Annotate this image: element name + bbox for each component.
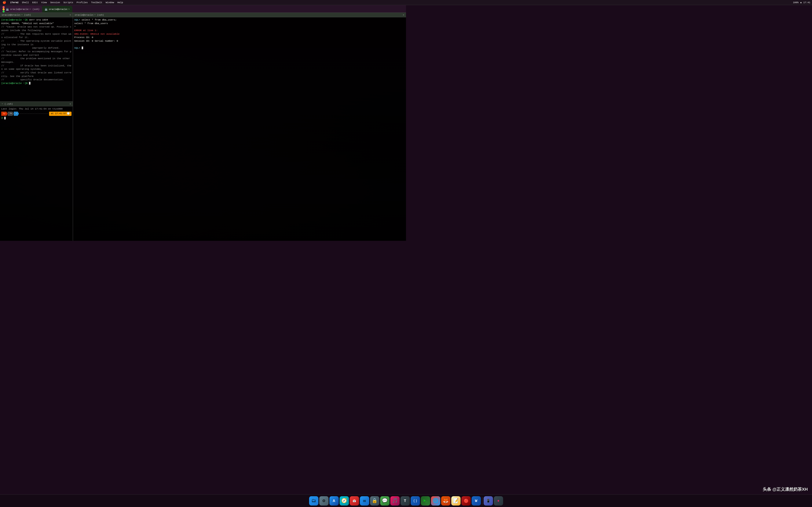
pane-top-left: oracle@oracle:~ (ssh) ✕ [oracle@oracle ~…: [0, 13, 73, 102]
prompt-clock-icon: 🕐: [67, 112, 70, 115]
desktop: 💻 oracle@oracle:~ (ssh) 💻 oracle@oracle:…: [0, 5, 406, 241]
pane-bottom-left-title: ~ (-zsh): [2, 103, 13, 105]
pane-top-left-content[interactable]: [oracle@oracle ~]$ oerr ora 1034 01034, …: [0, 17, 73, 102]
menubar-toolbelt[interactable]: Toolbelt: [90, 0, 104, 5]
pane-top-left-title: oracle@oracle:~ (ssh): [2, 14, 31, 16]
pane-right-close[interactable]: ✕: [403, 13, 404, 16]
pane-bottom-left-close[interactable]: ✕: [69, 102, 71, 106]
menubar-view[interactable]: View: [40, 0, 48, 5]
close-button[interactable]: [3, 6, 5, 8]
prompt-time-badge: at 17:41:57 🕐: [49, 112, 71, 116]
prompt-apple-segment: 🍎: [1, 112, 8, 116]
tab-2-icon: 💻: [45, 8, 48, 11]
pane-container: oracle@oracle:~ (ssh) ✕ [oracle@oracle ~…: [0, 13, 406, 241]
tab-2-label: oracle@oracle:~: [49, 8, 70, 11]
menubar-shell[interactable]: Shell: [20, 0, 31, 5]
prompt-time-text: at 17:41:57: [51, 112, 66, 115]
apple-prompt-icon: 🍎: [3, 112, 6, 115]
maximize-button[interactable]: [3, 10, 5, 12]
pane-right-title: oracle@oracle:~ (ssh): [75, 14, 104, 16]
pane-top-left-titlebar: oracle@oracle:~ (ssh) ✕: [0, 13, 73, 17]
menubar-scripts[interactable]: Scripts: [62, 0, 75, 5]
pane-right-content[interactable]: SQL> select * from dba_users; select * f…: [73, 17, 406, 241]
pane-top-left-close[interactable]: ✕: [69, 13, 71, 16]
tab-ssh-1[interactable]: 💻 oracle@oracle:~ (ssh): [0, 6, 42, 12]
menubar-edit[interactable]: Edit: [31, 0, 40, 5]
menubar-app-name[interactable]: iTerm2: [8, 0, 20, 5]
minimize-button[interactable]: [3, 8, 5, 10]
traffic-lights-1: [3, 6, 5, 12]
pane-right: oracle@oracle:~ (ssh) ✕ SQL> select * fr…: [73, 13, 406, 241]
tab-1-icon: 💻: [6, 8, 9, 11]
pane-bottom-left-content[interactable]: Last login: Thu Jul 14 17:41:54 on ttys0…: [0, 106, 73, 241]
apple-icon: 🍎: [3, 1, 6, 4]
zsh-prompt-symbol: ❯: [1, 116, 3, 119]
zsh-cursor-line: ❯: [1, 116, 71, 120]
left-column: oracle@oracle:~ (ssh) ✕ [oracle@oracle ~…: [0, 13, 73, 241]
last-login-text: Last login: Thu Jul 14 17:41:54 on ttys0…: [1, 107, 71, 111]
tab-bar: 💻 oracle@oracle:~ (ssh) 💻 oracle@oracle:…: [0, 5, 406, 13]
pane-bottom-left: ~ (-zsh) ✕ Last login: Thu Jul 14 17:41:…: [0, 102, 73, 241]
menubar-profiles[interactable]: Profiles: [75, 0, 90, 5]
zsh-prompt: 🍎 〜 ~ at 17:41:57 🕐: [1, 112, 71, 116]
right-column: oracle@oracle:~ (ssh) ✕ SQL> select * fr…: [73, 13, 406, 241]
menubar-window[interactable]: Window: [104, 0, 116, 5]
prompt-wave-icon: 〜: [10, 112, 12, 115]
pane-right-titlebar: oracle@oracle:~ (ssh) ✕: [73, 13, 406, 17]
iterm-window: 💻 oracle@oracle:~ (ssh) 💻 oracle@oracle:…: [0, 5, 406, 241]
menubar: 🍎 iTerm2 Shell Edit View Session Scripts…: [0, 0, 406, 5]
menubar-session[interactable]: Session: [48, 0, 61, 5]
apple-menu[interactable]: 🍎: [0, 1, 8, 4]
tab-1-label: oracle@oracle:~ (ssh): [10, 8, 40, 11]
prompt-tilde-segment: ~: [14, 112, 19, 116]
menubar-help[interactable]: Help: [116, 0, 124, 5]
zsh-cursor: [4, 116, 6, 119]
prompt-wave-segment: 〜: [8, 112, 14, 116]
pane-bottom-left-titlebar: ~ (-zsh) ✕: [0, 102, 73, 106]
tab-oracle-main[interactable]: 💻 oracle@oracle:~: [42, 6, 72, 12]
